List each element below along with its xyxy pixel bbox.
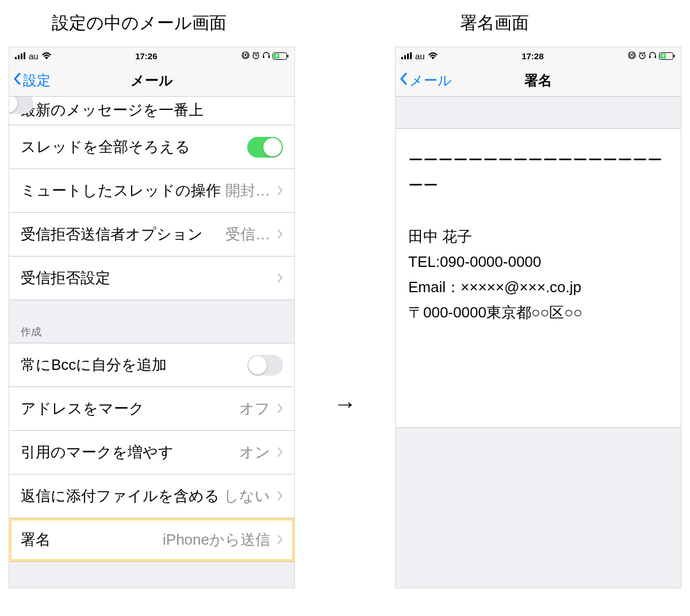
- rotation-lock-icon: [241, 51, 250, 61]
- status-bar: au 17:26: [9, 47, 294, 64]
- left-caption: 設定の中のメール画面: [52, 12, 339, 35]
- row-label: 受信拒否設定: [21, 268, 110, 288]
- chevron-right-icon: [277, 487, 283, 505]
- clock: 17:28: [522, 51, 543, 61]
- status-bar: au 17:28: [396, 47, 681, 64]
- chevron-left-icon: [13, 72, 22, 89]
- chevron-right-icon: [277, 400, 283, 418]
- svg-line-10: [258, 52, 259, 53]
- nav-bar: 設定 メール: [9, 64, 294, 97]
- wifi-icon: [428, 52, 438, 59]
- chevron-left-icon: [399, 72, 408, 89]
- row-partial-label: 最新のメッセージを一番上: [21, 100, 204, 120]
- row-label: 返信に添付ファイルを含める: [21, 486, 220, 506]
- svg-rect-11: [263, 56, 264, 58]
- svg-rect-27: [649, 56, 651, 58]
- chevron-right-icon: [277, 225, 283, 243]
- svg-rect-12: [269, 56, 270, 58]
- row-bcc-self[interactable]: 常にBccに自分を追加: [9, 343, 294, 387]
- row-mark-address[interactable]: アドレスをマーク オフ: [9, 387, 294, 431]
- row-label: アドレスをマーク: [21, 399, 144, 419]
- chevron-right-icon: [277, 269, 283, 287]
- arrow-icon: →: [334, 391, 356, 417]
- svg-rect-1: [18, 55, 20, 59]
- row-thread-complete[interactable]: スレッドを全部そろえる: [9, 125, 294, 169]
- alarm-icon: [638, 51, 646, 61]
- svg-rect-18: [407, 53, 409, 59]
- svg-rect-30: [674, 55, 675, 58]
- carrier-label: au: [415, 51, 425, 61]
- svg-rect-0: [15, 57, 17, 59]
- row-label: 署名: [21, 530, 51, 550]
- row-label: スレッドを全部そろえる: [21, 137, 190, 157]
- svg-rect-17: [404, 55, 406, 59]
- svg-rect-14: [288, 55, 289, 58]
- alarm-icon: [252, 51, 260, 61]
- row-value: オフ: [239, 399, 270, 419]
- row-muted-thread[interactable]: ミュートしたスレッドの操作 開封…: [9, 169, 294, 213]
- row-partial-top[interactable]: 最新のメッセージを一番上: [9, 97, 294, 125]
- back-button[interactable]: 設定: [9, 71, 51, 90]
- chevron-right-icon: [277, 443, 283, 461]
- row-increase-quote[interactable]: 引用のマークを増やす オン: [9, 431, 294, 475]
- right-caption: 署名画面: [351, 12, 638, 35]
- svg-line-9: [253, 52, 254, 53]
- rotation-lock-icon: [628, 51, 636, 61]
- row-value: オン: [239, 442, 270, 462]
- row-value: 受信…: [225, 224, 270, 244]
- svg-rect-21: [631, 54, 632, 56]
- row-label: 常にBccに自分を追加: [21, 355, 167, 375]
- back-button[interactable]: メール: [396, 71, 452, 90]
- row-blocked-settings[interactable]: 受信拒否設定: [9, 257, 294, 300]
- empty-area: [396, 428, 681, 588]
- signal-icon: [401, 52, 412, 59]
- back-label: メール: [409, 71, 452, 90]
- row-value: しない: [224, 486, 270, 506]
- back-label: 設定: [23, 71, 51, 90]
- phone-mail-settings: au 17:26: [9, 47, 295, 588]
- svg-rect-28: [655, 56, 657, 58]
- svg-rect-19: [410, 52, 412, 59]
- toggle-partial[interactable]: [9, 97, 33, 114]
- headphones-icon: [262, 51, 270, 61]
- row-label: 受信拒否送信者オプション: [21, 224, 203, 244]
- headphones-icon: [649, 51, 657, 61]
- svg-rect-16: [401, 57, 403, 59]
- svg-rect-3: [24, 52, 25, 59]
- signal-icon: [15, 52, 25, 59]
- phone-signature: au 17:28: [395, 47, 681, 588]
- nav-title: メール: [9, 71, 294, 90]
- row-label: ミュートしたスレッドの操作: [21, 181, 221, 201]
- carrier-label: au: [29, 51, 39, 61]
- toggle-thread-complete[interactable]: [247, 137, 283, 158]
- svg-rect-2: [21, 53, 22, 59]
- svg-line-26: [644, 52, 645, 53]
- battery-icon: [659, 52, 675, 60]
- battery-icon: [273, 52, 289, 60]
- nav-bar: メール 署名: [396, 64, 681, 97]
- row-signature[interactable]: 署名 iPhoneから送信: [9, 518, 294, 562]
- row-include-attachments[interactable]: 返信に添付ファイルを含める しない: [9, 475, 294, 518]
- section-header: 作成: [21, 325, 41, 339]
- row-blocked-option[interactable]: 受信拒否送信者オプション 受信…: [9, 213, 294, 257]
- svg-rect-5: [245, 54, 246, 56]
- chevron-right-icon: [277, 182, 283, 200]
- chevron-right-icon: [277, 531, 283, 549]
- row-label: 引用のマークを増やす: [21, 442, 174, 462]
- svg-line-25: [639, 52, 641, 53]
- editor-gap: [396, 97, 681, 129]
- wifi-icon: [42, 52, 51, 59]
- section-compose: 作成: [9, 300, 294, 343]
- signature-editor[interactable]: ーーーーーーーーーーーーーーーーーーー 田中 花子 TEL:090-0000-0…: [396, 129, 681, 428]
- toggle-bcc-self[interactable]: [247, 355, 283, 376]
- clock: 17:26: [135, 51, 157, 61]
- row-value: iPhoneから送信: [163, 530, 270, 550]
- row-value: 開封…: [225, 181, 270, 201]
